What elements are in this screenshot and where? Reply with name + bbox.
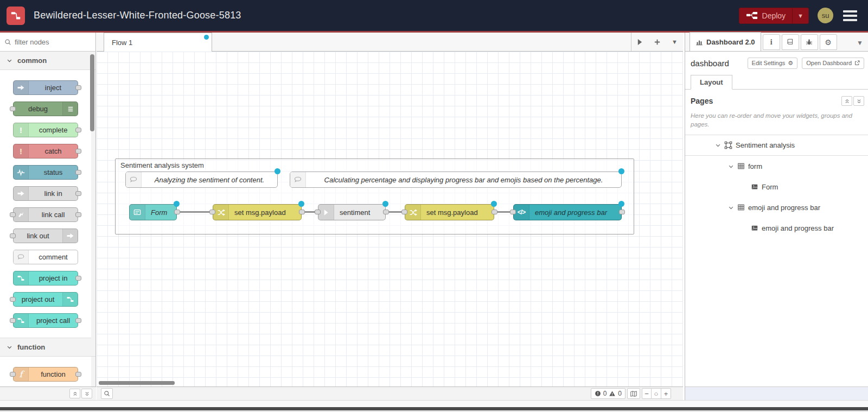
node-sentiment[interactable]: sentiment [318, 204, 386, 220]
tab-help[interactable] [782, 34, 799, 50]
palette-node-status[interactable]: status [13, 165, 78, 180]
node-set-msg-payload-1[interactable]: set msg.payload [213, 204, 302, 220]
collapse-tree-button[interactable] [841, 96, 852, 106]
output-port[interactable] [299, 210, 305, 214]
output-port[interactable] [75, 149, 81, 154]
output-port[interactable] [383, 210, 389, 214]
tree-item-page-sentiment-analysis[interactable]: Sentiment analysis [685, 135, 868, 156]
expand-tree-button[interactable] [853, 96, 864, 106]
input-port[interactable] [10, 372, 16, 377]
output-port[interactable] [75, 212, 81, 217]
user-avatar[interactable]: su [818, 8, 833, 23]
output-port[interactable] [75, 85, 81, 90]
input-port[interactable] [10, 106, 16, 111]
table-grid-icon [737, 162, 745, 170]
canvas-horizontal-scrollbar[interactable] [99, 381, 175, 385]
flow-canvas[interactable]: Sentiment analysis system Analyzing the … [97, 52, 683, 386]
deploy-options-caret[interactable]: ▼ [792, 8, 808, 24]
palette-category-common[interactable]: common [0, 52, 95, 70]
palette-node-comment[interactable]: comment [13, 250, 78, 264]
group-sentiment-analysis-system[interactable]: Sentiment analysis system [115, 159, 634, 234]
chevron-down-icon [7, 58, 12, 64]
input-port[interactable] [10, 318, 16, 323]
comment-node-1[interactable]: Analyzing the sentiment of content. [125, 172, 278, 188]
edit-settings-button[interactable]: Edit Settings ⚙ [748, 58, 798, 69]
input-port[interactable] [10, 297, 16, 302]
tree-item-group-form[interactable]: form [685, 156, 868, 176]
palette-node-project-out[interactable]: project out [13, 292, 78, 307]
flow-list-caret-icon[interactable]: ▼ [672, 39, 678, 45]
main-menu-icon[interactable] [842, 8, 858, 23]
palette-node-debug[interactable]: debug [13, 102, 78, 116]
palette-scrollbar[interactable] [90, 54, 94, 131]
palette-node-catch[interactable]: ! catch [13, 144, 78, 159]
link-arrow-icon [14, 187, 29, 200]
navigator-toggle-button[interactable] [627, 388, 640, 399]
sidebar-tabs-caret-icon[interactable]: ▼ [857, 39, 868, 47]
node-set-msg-payload-2[interactable]: set msg.payload [405, 204, 494, 220]
tree-item-group-emoji-and-progress-bar[interactable]: emoji and progress bar [685, 197, 868, 218]
palette-node-complete[interactable]: ! complete [13, 123, 78, 137]
zoom-in-button[interactable]: + [661, 388, 671, 399]
palette-node-link-out[interactable]: link out [13, 229, 78, 243]
tab-flow-1[interactable]: Flow 1 [104, 33, 212, 52]
palette-footer [0, 386, 96, 400]
wire[interactable] [177, 211, 213, 213]
tab-dashboard-2[interactable]: Dashboard 2.0 [690, 32, 761, 51]
palette-filter[interactable] [0, 33, 95, 52]
output-port[interactable] [75, 372, 81, 377]
palette-node-function[interactable]: f function [13, 367, 78, 382]
add-flow-icon[interactable] [654, 39, 661, 46]
output-port[interactable] [75, 191, 81, 196]
open-dashboard-button[interactable]: Open Dashboard [802, 58, 864, 69]
input-port[interactable] [209, 210, 215, 214]
input-port[interactable] [315, 210, 321, 214]
output-port[interactable] [174, 210, 180, 214]
palette-node-project-in[interactable]: project in [13, 271, 78, 286]
table-grid-icon [737, 204, 745, 211]
input-port[interactable] [401, 210, 407, 214]
output-port[interactable] [492, 210, 497, 214]
tab-info[interactable]: i [763, 34, 780, 50]
output-port[interactable] [75, 276, 81, 281]
output-port[interactable] [619, 210, 625, 214]
zoom-out-button[interactable]: − [642, 388, 652, 399]
node-form[interactable]: Form [129, 204, 177, 220]
form-icon [130, 205, 145, 220]
input-port[interactable] [10, 212, 16, 217]
tree-item-widget-form[interactable]: Form [685, 176, 868, 197]
notification-counts[interactable]: 0 0 [591, 388, 626, 399]
search-flows-button[interactable] [101, 388, 113, 399]
palette-category-function[interactable]: function [0, 338, 95, 357]
comment-bubble-icon [14, 250, 29, 264]
output-port[interactable] [75, 170, 81, 175]
tab-debug[interactable] [801, 34, 818, 50]
output-port[interactable] [75, 128, 81, 132]
tab-layout[interactable]: Layout [691, 75, 732, 90]
comment-node-2[interactable]: Calculating percentage and displaying pr… [290, 172, 622, 188]
gear-icon: ⚙ [825, 38, 832, 47]
input-port[interactable] [510, 210, 516, 214]
tree-item-widget-emoji-and-progress-bar[interactable]: emoji and progress bar [685, 218, 868, 238]
palette-node-project-call[interactable]: project call [13, 313, 78, 328]
palette-node-link-call[interactable]: link call [13, 207, 78, 222]
chevron-down-icon[interactable] [715, 142, 721, 148]
filter-nodes-input[interactable] [15, 38, 80, 46]
chevron-down-icon[interactable] [728, 205, 734, 211]
next-flow-icon[interactable] [637, 39, 643, 46]
function-f-icon: f [14, 367, 29, 381]
zoom-reset-button[interactable]: ○ [652, 388, 661, 399]
input-port[interactable] [10, 233, 16, 238]
chevron-down-icon[interactable] [728, 163, 734, 169]
node-emoji-and-progress-bar[interactable]: </> emoji and progress bar [513, 204, 622, 220]
search-icon [4, 39, 11, 46]
collapse-all-button[interactable] [69, 389, 80, 398]
palette-node-inject[interactable]: inject [13, 80, 78, 95]
group-title: Sentiment analysis system [120, 161, 204, 169]
output-port[interactable] [75, 318, 81, 323]
deploy-button[interactable]: Deploy ▼ [739, 8, 809, 24]
palette-node-link-in[interactable]: link in [13, 186, 78, 201]
expand-all-button[interactable] [81, 389, 92, 398]
shuffle-icon [405, 205, 421, 220]
tab-config-nodes[interactable]: ⚙ [820, 34, 837, 50]
